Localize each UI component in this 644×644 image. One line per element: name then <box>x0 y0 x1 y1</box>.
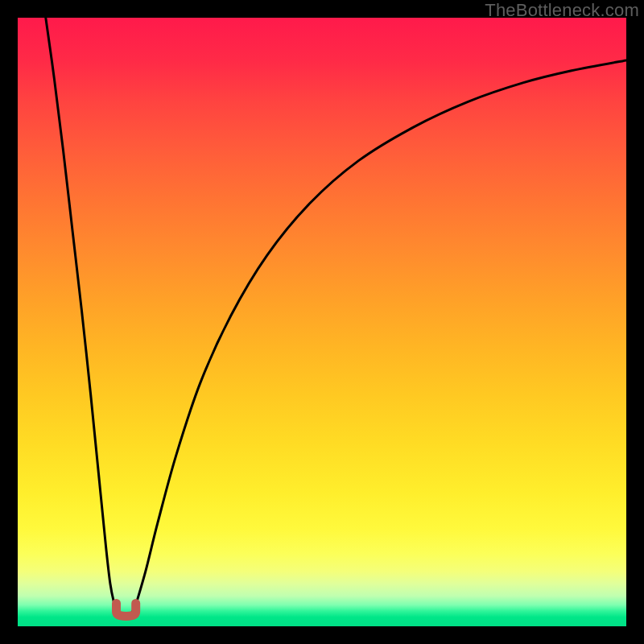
watermark-text: TheBottleneck.com <box>485 0 639 21</box>
chart-frame: TheBottleneck.com <box>0 0 644 644</box>
curve-svg <box>18 18 626 626</box>
curve-line <box>46 18 626 618</box>
dip-marker <box>117 603 136 616</box>
plot-area <box>18 18 626 626</box>
